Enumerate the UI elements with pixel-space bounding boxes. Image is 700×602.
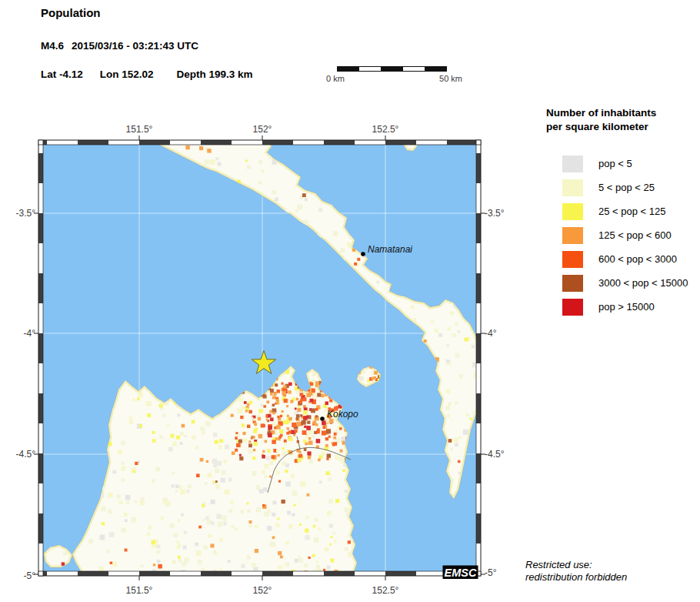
legend: Number of inhabitants per square kilomet…	[546, 106, 700, 323]
axis-label-left: -5°	[24, 570, 36, 581]
axis-label-left: -3.5°	[16, 208, 36, 219]
legend-label: 5 < pop < 25	[598, 182, 655, 193]
axis-label-bottom: 151.5°	[126, 585, 153, 596]
usage-notice: Restricted use: redistribution forbidden	[525, 559, 627, 583]
legend-label: 600 < pop < 3000	[598, 253, 677, 265]
city-label: Kokopo	[327, 409, 358, 420]
usage-notice-line2: redistribution forbidden	[525, 571, 627, 584]
axis-label-right: -4.5°	[485, 449, 505, 460]
axis-label-top: 152°	[253, 124, 272, 135]
legend-label: 25 < pop < 125	[598, 206, 665, 217]
legend-row: 600 < pop < 3000	[562, 251, 700, 268]
usage-notice-line1: Restricted use:	[525, 559, 627, 571]
legend-swatch	[562, 299, 583, 316]
legend-swatch	[562, 179, 583, 196]
legend-swatch	[562, 227, 583, 244]
emsc-logo-text: EMSC	[445, 567, 477, 579]
legend-items: pop < 5 5 < pop < 25 25 < pop < 125 125 …	[546, 156, 700, 316]
city-namatanai: Namatanai	[361, 244, 412, 256]
legend-title: Number of inhabitants per square kilomet…	[546, 106, 700, 134]
axis-label-right: -4°	[485, 328, 497, 339]
city-label: Namatanai	[368, 244, 412, 255]
axis-label-left: -4°	[24, 328, 36, 339]
axis-label-bottom: 152.5°	[372, 585, 399, 596]
axis-label-right: -5°	[485, 567, 497, 578]
city-dot	[361, 252, 365, 256]
legend-row: 3000 < pop < 15000	[562, 275, 700, 292]
legend-label: 125 < pop < 600	[598, 229, 672, 241]
legend-row: pop < 5	[562, 156, 700, 172]
legend-row: 125 < pop < 600	[562, 227, 700, 244]
legend-row: 5 < pop < 25	[562, 179, 700, 196]
axis-label-top: 151.5°	[126, 124, 153, 135]
city-dot	[320, 416, 325, 421]
legend-swatch	[562, 251, 583, 268]
legend-title-line2: per square kilometer	[546, 120, 700, 134]
legend-row: pop > 15000	[562, 299, 700, 316]
axis-label-top: 152.5°	[372, 124, 399, 135]
legend-title-line1: Number of inhabitants	[546, 106, 700, 120]
emsc-population-map-page: Population M4.62015/03/16 - 03:21:43 UTC…	[0, 0, 700, 602]
legend-swatch	[562, 203, 583, 220]
legend-row: 25 < pop < 125	[562, 203, 700, 220]
legend-label: 3000 < pop < 15000	[598, 277, 688, 289]
legend-swatch	[562, 156, 583, 172]
axis-label-right: -3.5°	[485, 208, 505, 219]
emsc-logo: EMSC	[443, 566, 478, 580]
legend-swatch	[562, 275, 583, 292]
legend-label: pop < 5	[598, 158, 632, 169]
axis-label-bottom: 152°	[253, 585, 272, 596]
axis-label-left: -4.5°	[16, 449, 36, 460]
legend-label: pop > 15000	[598, 301, 655, 313]
